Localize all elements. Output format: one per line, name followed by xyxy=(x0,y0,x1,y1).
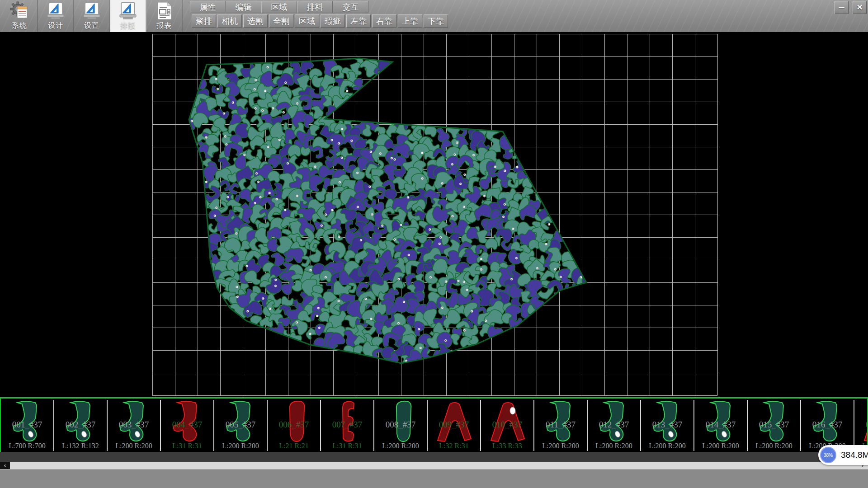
piece-lr-label: L:132 R:132 xyxy=(54,442,107,450)
piece-lr-label: L:31 R:31 xyxy=(161,442,213,450)
design-icon xyxy=(46,1,66,21)
piece-lr-label: L:200 R:200 xyxy=(374,442,427,450)
thumbnail-cell-015_#37[interactable]: 015_#37 L:200 R:200 xyxy=(748,400,801,451)
menu2-button-1[interactable]: 聚排 xyxy=(192,14,216,28)
menu1-button-5[interactable]: 交互 xyxy=(333,1,368,13)
piece-id-label: 012_#37 xyxy=(588,420,640,430)
usage-percent-badge: 38% xyxy=(820,447,836,463)
thumbnail-cell-004_#37[interactable]: 004_#37 L:31 R:31 xyxy=(161,400,214,451)
piece-id-label: 007_#37 xyxy=(321,420,373,430)
menu2-button-9[interactable]: 上靠 xyxy=(398,14,422,28)
piece-id-label: 002_#37 xyxy=(54,420,107,430)
nav-tab-label: 报表 xyxy=(156,21,172,31)
horizontal-scrollbar[interactable]: ‹ › xyxy=(0,462,868,469)
piece-id-label: 014_#37 xyxy=(694,420,747,430)
thumbnail-cell-016_#37[interactable]: 016_#37 L:200 R:200 xyxy=(801,400,854,451)
piece-lr-label: L:31 R:31 xyxy=(321,442,373,450)
thumbnail-cell-007_#37[interactable]: 007_#37 L:31 R:31 xyxy=(321,400,374,451)
piece-id-label: 008_#37 xyxy=(374,420,427,430)
piece-lr-label: L:33 R:33 xyxy=(481,442,533,450)
thumbnail-cell-011_#37[interactable]: 011_#37 L:200 R:200 xyxy=(534,400,588,451)
piece-lr-label: L:200 R:200 xyxy=(641,442,693,450)
menu2-button-2[interactable]: 相机 xyxy=(217,14,242,28)
memory-usage-label: 384.8M xyxy=(841,450,868,460)
piece-id-label: 016_#37 xyxy=(801,420,854,430)
menu2-button-4[interactable]: 全割 xyxy=(269,14,293,28)
piece-id-label: 017_#37 xyxy=(854,420,868,430)
piece-lr-label: L:200 R:200 xyxy=(108,442,160,450)
thumbnail-cell-006_#37[interactable]: 006_#37 L:21 R:21 xyxy=(268,400,321,451)
menu2-button-7[interactable]: 左靠 xyxy=(346,14,371,28)
nav-tab-label: 设置 xyxy=(84,21,99,31)
thumbnail-cell-009_#37[interactable]: 009_#37 L:32 R:31 xyxy=(428,400,481,451)
report-icon xyxy=(154,1,174,21)
menu1-button-2[interactable]: 编辑 xyxy=(226,1,261,13)
nesting-canvas[interactable] xyxy=(0,0,868,398)
nav-tab-2[interactable]: 设计 xyxy=(38,0,74,32)
piece-id-label: 006_#37 xyxy=(268,420,320,430)
piece-id-label: 013_#37 xyxy=(641,420,693,430)
close-button[interactable]: ✕ xyxy=(853,1,867,14)
piece-id-label: 005_#37 xyxy=(214,420,267,430)
settings-icon xyxy=(82,1,102,21)
thumbnail-cell-002_#37[interactable]: 002_#37 L:132 R:132 xyxy=(54,400,108,451)
menu1-button-3[interactable]: 区域 xyxy=(261,1,297,13)
minimize-button[interactable]: ─ xyxy=(835,1,849,14)
thumbnail-cell-003_#37[interactable]: 003_#37 L:200 R:200 xyxy=(108,400,161,451)
thumbnail-cell-012_#37[interactable]: 012_#37 L:200 R:200 xyxy=(588,400,641,451)
nav-tab-label: 系统 xyxy=(12,21,27,31)
nav-tab-4[interactable]: 排版 xyxy=(110,0,146,32)
piece-id-label: 009_#37 xyxy=(428,420,480,430)
nested-pieces xyxy=(181,51,595,370)
strip-bottom-gap xyxy=(0,452,868,462)
menu-row-2: 聚排相机选割全割区域瑕疵左靠右靠上靠下靠 xyxy=(192,14,448,28)
piece-id-label: 003_#37 xyxy=(108,420,160,430)
piece-lr-label: L:200 R:200 xyxy=(534,442,587,450)
thumbnail-cell-014_#37[interactable]: 014_#37 L:200 R:200 xyxy=(694,400,748,451)
scroll-left-button[interactable]: ‹ xyxy=(0,462,10,469)
piece-lr-label: L:200 R:200 xyxy=(214,442,267,450)
thumbnail-cell-013_#37[interactable]: 013_#37 L:200 R:200 xyxy=(641,400,694,451)
piece-id-label: 011_#37 xyxy=(534,420,587,430)
piece-id-label: 001_#37 xyxy=(1,420,53,430)
main-nav-tabs: 系统 设计 设置 排版 报表 xyxy=(2,0,183,32)
thumbnail-cell-001_#37[interactable]: 001_#37 L:700 R:700 xyxy=(1,400,54,451)
piece-lr-label: L:200 R:200 xyxy=(748,442,800,450)
piece-id-label: 010_#37 xyxy=(481,420,533,430)
status-bar xyxy=(0,469,868,488)
menu2-button-10[interactable]: 下靠 xyxy=(424,14,448,28)
nav-tab-label: 排版 xyxy=(120,21,136,31)
gear-icon xyxy=(9,1,29,21)
nav-tab-label: 设计 xyxy=(48,21,63,31)
toolbar: 系统 设计 设置 排版 报表 xyxy=(0,0,868,32)
piece-lr-label: L:200 R:200 xyxy=(694,442,747,450)
thumbnail-cell-005_#37[interactable]: 005_#37 L:200 R:200 xyxy=(214,400,268,451)
nav-tab-5[interactable]: 报表 xyxy=(146,0,183,32)
menu2-button-5[interactable]: 区域 xyxy=(295,14,319,28)
menu2-button-8[interactable]: 右靠 xyxy=(372,14,396,28)
piece-lr-label: L:200 R:200 xyxy=(588,442,640,450)
nesting-icon xyxy=(118,1,138,21)
piece-thumbnail-strip: 001_#37 L:700 R:700 002_#37 L:132 R:132 … xyxy=(0,399,868,452)
thumbnail-cell-010_#37[interactable]: 010_#37 L:33 R:33 xyxy=(481,400,534,451)
usage-badge: 38% 384.8M xyxy=(818,445,868,465)
menu2-button-3[interactable]: 选割 xyxy=(243,14,268,28)
piece-id-label: 004_#37 xyxy=(161,420,213,430)
piece-lr-label: L:32 R:31 xyxy=(428,442,480,450)
menu1-button-1[interactable]: 属性 xyxy=(190,1,226,13)
menu1-button-4[interactable]: 排料 xyxy=(297,1,333,13)
thumbnail-cell-017_#37[interactable]: 017_#37 L:200 R:200 xyxy=(854,400,868,451)
menu-row-1: 属性编辑区域排料交互 xyxy=(190,1,368,13)
piece-lr-label: L:700 R:700 xyxy=(1,442,53,450)
piece-lr-label: L:21 R:21 xyxy=(268,442,320,450)
thumbnail-cell-008_#37[interactable]: 008_#37 L:200 R:200 xyxy=(374,400,428,451)
piece-id-label: 015_#37 xyxy=(748,420,800,430)
menu2-button-6[interactable]: 瑕疵 xyxy=(321,14,345,28)
nav-tab-1[interactable]: 系统 xyxy=(2,0,38,32)
nav-tab-3[interactable]: 设置 xyxy=(74,0,110,32)
